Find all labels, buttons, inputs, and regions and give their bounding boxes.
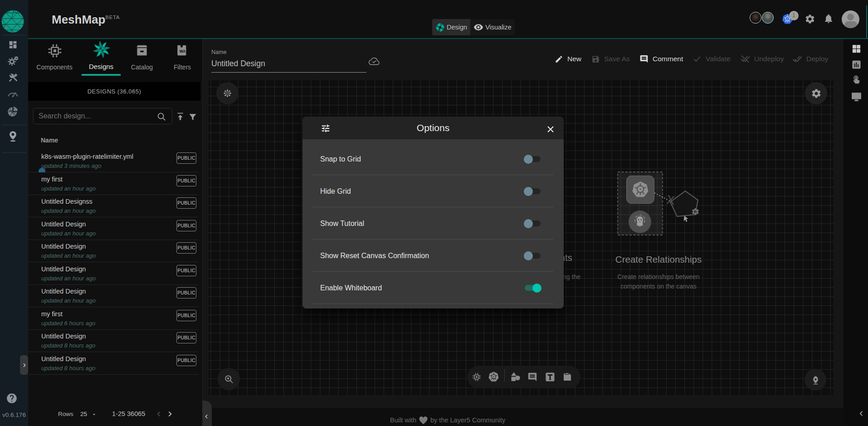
svg-text:WA: WA [180, 49, 186, 54]
